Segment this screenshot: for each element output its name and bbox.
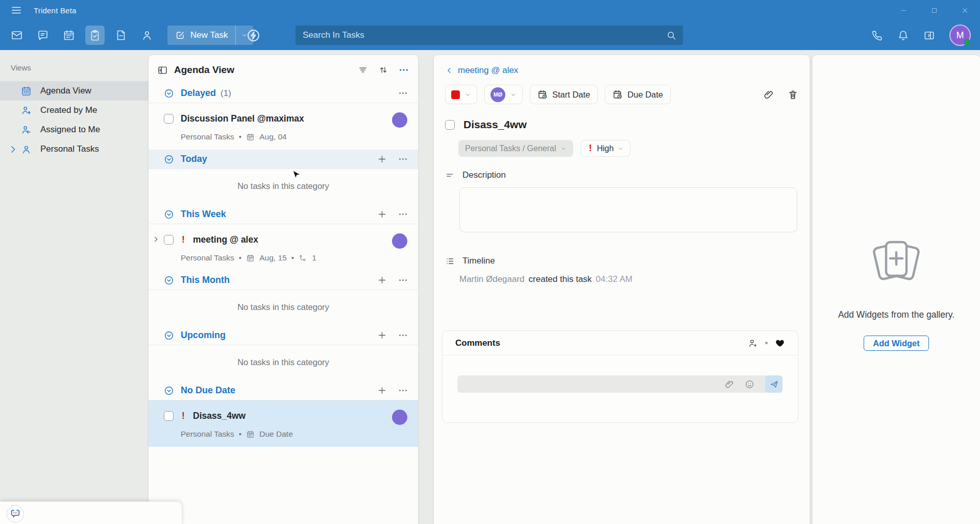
add-task-icon[interactable] (377, 275, 387, 285)
titlebar: Trident Beta (0, 0, 980, 20)
priority-dropdown[interactable] (445, 85, 477, 104)
category-chip[interactable]: Personal Tasks / General (458, 140, 573, 157)
section-header-today[interactable]: Today (149, 150, 418, 169)
sidebar-item-personal-tasks[interactable]: Personal Tasks (0, 139, 149, 159)
heart-icon[interactable] (775, 338, 785, 348)
hamburger-menu-icon[interactable] (10, 4, 22, 16)
task-row[interactable]: Discussion Panel @maximax Personal Tasks… (149, 103, 418, 150)
mail-icon[interactable] (11, 29, 23, 41)
new-task-label: New Task (190, 30, 228, 40)
calendar-icon[interactable] (63, 29, 75, 41)
timeline-actor: Martin Ødegaard (459, 274, 525, 284)
maximize-button[interactable] (919, 0, 949, 20)
collapse-panel-icon[interactable] (157, 65, 168, 76)
start-date-button[interactable]: Start Date (530, 85, 598, 104)
assignee-dropdown[interactable]: MØ (484, 85, 523, 104)
section-header-this-week[interactable]: This Week (149, 205, 418, 224)
task-checkbox[interactable] (164, 411, 174, 421)
notes-icon[interactable] (115, 29, 127, 41)
open-panel-icon[interactable] (923, 30, 935, 41)
minimize-button[interactable] (888, 0, 919, 20)
section-name: Today (181, 154, 207, 164)
quick-actions-icon[interactable] (247, 29, 260, 42)
task-row[interactable]: ! meeting @ alex Personal Tasks • Aug, 1… (149, 224, 418, 271)
delete-task-icon[interactable] (788, 89, 798, 100)
widget-gallery-message: Add Widgets from the gallery. (838, 309, 954, 320)
task-row-selected[interactable]: ! Disass_4ww Personal Tasks • Due Date (149, 400, 418, 447)
chat-launcher-button[interactable] (7, 505, 24, 522)
description-input[interactable] (459, 187, 797, 232)
section-name: Delayed (181, 88, 216, 99)
sort-icon[interactable] (378, 65, 388, 75)
chevron-down-icon (618, 146, 624, 152)
add-task-icon[interactable] (377, 330, 387, 340)
add-people-icon[interactable] (748, 338, 758, 348)
collapse-section-icon[interactable] (164, 330, 174, 341)
sidebar-item-label: Agenda View (40, 86, 91, 96)
calendar-clock-icon (612, 89, 623, 100)
section-more-icon[interactable] (398, 88, 408, 98)
section-more-icon[interactable] (398, 154, 408, 164)
section-header-no-due-date[interactable]: No Due Date (149, 381, 418, 400)
priority-high-icon: ! (181, 411, 186, 421)
task-title: Disass_4ww (193, 411, 246, 421)
attachment-icon[interactable] (763, 89, 774, 100)
phone-icon[interactable] (871, 30, 883, 41)
collapse-section-icon[interactable] (164, 154, 174, 164)
section-more-icon[interactable] (398, 209, 408, 219)
section-this-week: This Week ! meeting @ alex Per (149, 205, 418, 271)
task-checkbox[interactable] (164, 235, 174, 245)
close-button[interactable] (949, 0, 980, 20)
chat-icon[interactable] (37, 29, 49, 41)
task-checkbox[interactable] (164, 114, 174, 124)
widget-panel: Add Widgets from the gallery. Add Widget (813, 55, 980, 524)
filter-icon[interactable] (358, 65, 368, 75)
priority-chip[interactable]: ! High (581, 140, 630, 157)
section-header-delayed[interactable]: Delayed (1) (149, 84, 418, 103)
agenda-calendar-icon (21, 86, 32, 97)
attach-file-icon[interactable] (724, 379, 734, 389)
priority-chip-label: High (597, 144, 614, 153)
sidebar-item-created-by-me[interactable]: Created by Me (0, 101, 149, 120)
parent-task-link[interactable]: meeting @ alex (445, 55, 798, 76)
collapse-section-icon[interactable] (164, 275, 174, 285)
add-widget-button[interactable]: Add Widget (864, 336, 929, 351)
due-date-button[interactable]: Due Date (605, 85, 671, 104)
task-title: meeting @ alex (193, 234, 258, 245)
expand-task-icon[interactable] (152, 235, 160, 243)
task-chips: Personal Tasks / General ! High (458, 140, 798, 157)
task-list-name: Personal Tasks (181, 430, 234, 439)
add-task-icon[interactable] (377, 209, 387, 219)
sidebar-item-agenda-view[interactable]: Agenda View (0, 81, 149, 101)
section-more-icon[interactable] (398, 386, 408, 395)
new-task-button[interactable]: New Task (167, 30, 235, 40)
section-more-icon[interactable] (398, 330, 408, 340)
add-task-icon[interactable] (377, 386, 387, 395)
collapse-section-icon[interactable] (164, 386, 174, 396)
collapse-section-icon[interactable] (164, 88, 174, 99)
new-task-split-button: New Task (167, 26, 253, 45)
more-options-icon[interactable] (399, 65, 409, 75)
notifications-bell-icon[interactable] (897, 30, 909, 41)
section-more-icon[interactable] (398, 275, 408, 285)
send-comment-button[interactable] (765, 375, 782, 393)
section-header-upcoming[interactable]: Upcoming (149, 326, 418, 345)
sidebar-header: Views (0, 63, 149, 81)
sidebar-item-label: Personal Tasks (40, 144, 99, 154)
main-toolbar: New Task M (0, 20, 980, 50)
section-header-this-month[interactable]: This Month (149, 271, 418, 290)
task-complete-checkbox[interactable] (445, 120, 455, 130)
expand-chevron-icon[interactable] (8, 144, 18, 155)
contacts-icon[interactable] (141, 29, 153, 41)
start-date-label: Start Date (552, 90, 590, 100)
collapse-section-icon[interactable] (164, 209, 174, 220)
add-task-icon[interactable] (377, 154, 387, 164)
tasks-module-button[interactable] (85, 26, 105, 45)
user-avatar[interactable]: M (949, 25, 971, 46)
emoji-icon[interactable] (745, 379, 754, 389)
sidebar-item-assigned-to-me[interactable]: Assigned to Me (0, 120, 149, 139)
parent-task-title: meeting @ alex (458, 65, 518, 76)
priority-color-swatch (451, 90, 460, 99)
online-status-dot (964, 39, 971, 46)
search-input[interactable] (296, 30, 666, 40)
